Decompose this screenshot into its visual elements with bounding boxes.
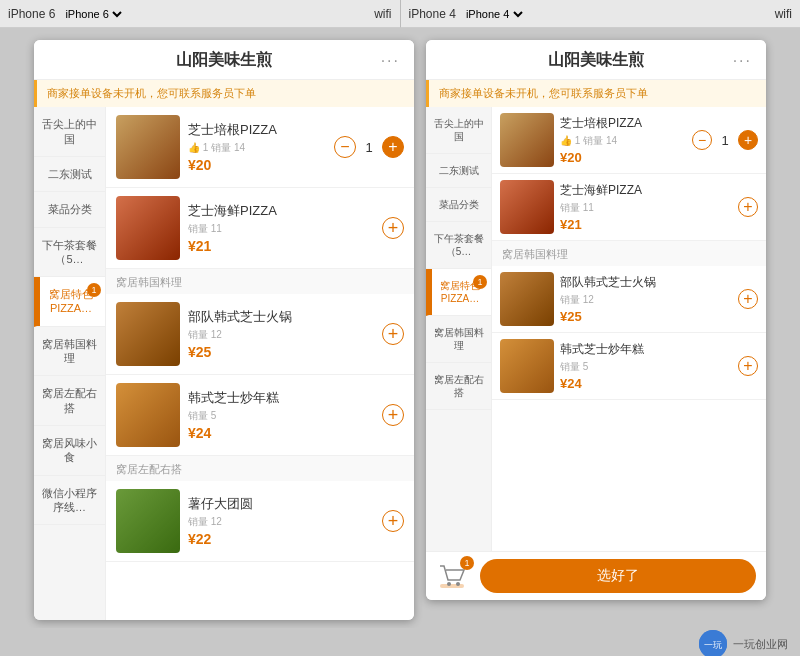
iphone4-sidebar-s6[interactable]: 窝居韩国料理: [426, 316, 491, 363]
iphone4-section-label-korean: 窝居韩国料理: [492, 241, 766, 266]
iphone4-sidebar: 舌尖上的中国 二东测试 菜品分类 下午茶套餐（5… 窝居特色PIZZA… 1 窝…: [426, 107, 492, 551]
item-name-m4: 韩式芝士炒年糕: [188, 389, 374, 407]
iphone4-model-select[interactable]: iPhone 4 iPhone 3: [462, 7, 526, 21]
item-sales-m2: 销量 11: [188, 222, 374, 236]
add-btn-m3[interactable]: +: [382, 323, 404, 345]
cart-badge: 1: [460, 556, 474, 570]
add-btn-m4[interactable]: +: [382, 404, 404, 426]
item-image-m2: [116, 196, 180, 260]
add-btn-m5[interactable]: +: [382, 510, 404, 532]
iphone4-item-info-m2: 芝士海鲜PIZZA 销量 11 ¥21: [560, 182, 732, 232]
increase-btn-m1[interactable]: +: [382, 136, 404, 158]
iphone4-menu-item-m4: 韩式芝士炒年糕 销量 5 ¥24 +: [492, 333, 766, 400]
item-name-m1: 芝士培根PIZZA: [188, 121, 326, 139]
item-image-m4: [116, 383, 180, 447]
iphone4-sidebar-s2[interactable]: 二东测试: [426, 154, 491, 188]
iphone6-network: wifi: [374, 7, 391, 21]
iphone4-sidebar-s1[interactable]: 舌尖上的中国: [426, 107, 491, 154]
item-controls-m4: +: [382, 404, 404, 426]
item-image-m1: [116, 115, 180, 179]
sidebar-item-s9[interactable]: 微信小程序序线…: [34, 476, 105, 526]
iphone4-frame: 山阳美味生煎 ··· 商家接单设备未开机，您可联系服务员下单 舌尖上的中国 二东…: [426, 40, 766, 600]
menu-item-m2: 芝士海鲜PIZZA 销量 11 ¥21 +: [106, 188, 414, 269]
thumb-icon-4: 👍: [560, 135, 572, 146]
item-controls-m5: +: [382, 510, 404, 532]
iphone4-sidebar-s7[interactable]: 窝居左配右搭: [426, 363, 491, 410]
phones-container: 山阳美味生煎 ··· 商家接单设备未开机，您可联系服务员下单 舌尖上的中国 二东…: [0, 28, 800, 628]
iphone4-sidebar-s5[interactable]: 窝居特色PIZZA… 1: [426, 269, 491, 316]
iphone6-title: 山阳美味生煎: [176, 50, 272, 71]
iphone6-sidebar: 舌尖上的中国 二东测试 菜品分类 下午茶套餐（5… 窝居特色PIZZA… 1 窝…: [34, 107, 106, 620]
iphone4-badge-s5: 1: [473, 275, 487, 289]
logo-icon: 一玩: [699, 630, 727, 656]
iphone4-sidebar-s4[interactable]: 下午茶套餐（5…: [426, 222, 491, 269]
item-image-m3: [116, 302, 180, 366]
item-info-m3: 部队韩式芝士火锅 销量 12 ¥25: [188, 308, 374, 360]
iphone4-item-sales-m4: 销量 5: [560, 360, 732, 374]
iphone4-item-sales-m2: 销量 11: [560, 201, 732, 215]
iphone4-item-sales-m1: 👍 1 销量 14: [560, 134, 686, 148]
item-info-m5: 薯仔大团圆 销量 12 ¥22: [188, 495, 374, 547]
iphone4-add-btn-m2[interactable]: +: [738, 197, 758, 217]
iphone4-item-name-m2: 芝士海鲜PIZZA: [560, 182, 732, 199]
confirm-button[interactable]: 选好了: [480, 559, 756, 593]
item-sales-m1: 👍 1 销量 14: [188, 141, 326, 155]
cart-icon-wrap[interactable]: 1: [436, 558, 472, 594]
item-price-m1: ¥20: [188, 157, 326, 173]
iphone4-title: 山阳美味生煎: [548, 50, 644, 71]
sidebar-item-s2[interactable]: 二东测试: [34, 157, 105, 192]
decrease-btn-m1[interactable]: −: [334, 136, 356, 158]
add-btn-m2[interactable]: +: [382, 217, 404, 239]
iphone4-item-info-m1: 芝士培根PIZZA 👍 1 销量 14 ¥20: [560, 115, 686, 165]
sidebar-item-s8[interactable]: 窝居风味小食: [34, 426, 105, 476]
item-sales-m5: 销量 12: [188, 515, 374, 529]
menu-item-m4: 韩式芝士炒年糕 销量 5 ¥24 +: [106, 375, 414, 456]
iphone4-item-name-m3: 部队韩式芝士火锅: [560, 274, 732, 291]
iphone4-decrease-btn-m1[interactable]: −: [692, 130, 712, 150]
watermark-bar: 一玩 一玩创业网: [0, 628, 800, 656]
thumb-icon: 👍: [188, 142, 200, 153]
iphone4-increase-btn-m1[interactable]: +: [738, 130, 758, 150]
section-label-korean: 窝居韩国料理: [106, 269, 414, 294]
iphone4-bottom-bar: 1 选好了: [426, 551, 766, 600]
item-info-m2: 芝士海鲜PIZZA 销量 11 ¥21: [188, 202, 374, 254]
iphone6-dots[interactable]: ···: [381, 52, 400, 70]
sidebar-item-s1[interactable]: 舌尖上的中国: [34, 107, 105, 157]
iphone4-item-controls-m3: +: [738, 289, 758, 309]
iphone4-label: iPhone 4: [409, 7, 456, 21]
sidebar-badge-s5: 1: [87, 283, 101, 297]
sidebar-item-s3[interactable]: 菜品分类: [34, 192, 105, 227]
iphone4-item-price-m1: ¥20: [560, 150, 686, 165]
sidebar-item-s4[interactable]: 下午茶套餐（5…: [34, 228, 105, 278]
iphone4-dots[interactable]: ···: [733, 52, 752, 70]
iphone4-notice: 商家接单设备未开机，您可联系服务员下单: [426, 80, 766, 107]
menu-item-m5: 薯仔大团圆 销量 12 ¥22 +: [106, 481, 414, 562]
iphone4-add-btn-m4[interactable]: +: [738, 356, 758, 376]
watermark-text: 一玩创业网: [733, 637, 788, 652]
item-name-m5: 薯仔大团圆: [188, 495, 374, 513]
iphone4-add-btn-m3[interactable]: +: [738, 289, 758, 309]
iphone4-item-name-m4: 韩式芝士炒年糕: [560, 341, 732, 358]
sidebar-item-s5[interactable]: 窝居特色PIZZA… 1: [34, 277, 105, 327]
iphone4-sidebar-s3[interactable]: 菜品分类: [426, 188, 491, 222]
iphone4-item-name-m1: 芝士培根PIZZA: [560, 115, 686, 132]
iphone4-item-qty-m1: 1: [718, 133, 732, 148]
sidebar-item-s7[interactable]: 窝居左配右搭: [34, 376, 105, 426]
sidebar-item-s6[interactable]: 窝居韩国料理: [34, 327, 105, 377]
svg-text:一玩: 一玩: [704, 640, 722, 650]
iphone4-simbar: iPhone 4 iPhone 4 iPhone 3 wifi: [401, 0, 801, 28]
iphone6-menu-area: 舌尖上的中国 二东测试 菜品分类 下午茶套餐（5… 窝居特色PIZZA… 1 窝…: [34, 107, 414, 620]
iphone4-menu-area: 舌尖上的中国 二东测试 菜品分类 下午茶套餐（5… 窝居特色PIZZA… 1 窝…: [426, 107, 766, 551]
item-name-m3: 部队韩式芝士火锅: [188, 308, 374, 326]
watermark-logo: 一玩: [699, 630, 727, 656]
iphone4-item-price-m4: ¥24: [560, 376, 732, 391]
item-price-m3: ¥25: [188, 344, 374, 360]
item-image-m5: [116, 489, 180, 553]
iphone4-item-controls-m4: +: [738, 356, 758, 376]
item-sales-m4: 销量 5: [188, 409, 374, 423]
iphone4-item-image-m2: [500, 180, 554, 234]
item-price-m5: ¥22: [188, 531, 374, 547]
iphone4-item-image-m1: [500, 113, 554, 167]
iphone4-menu-item-m3: 部队韩式芝士火锅 销量 12 ¥25 +: [492, 266, 766, 333]
iphone6-model-select[interactable]: iPhone 6 iPhone 5: [61, 7, 125, 21]
